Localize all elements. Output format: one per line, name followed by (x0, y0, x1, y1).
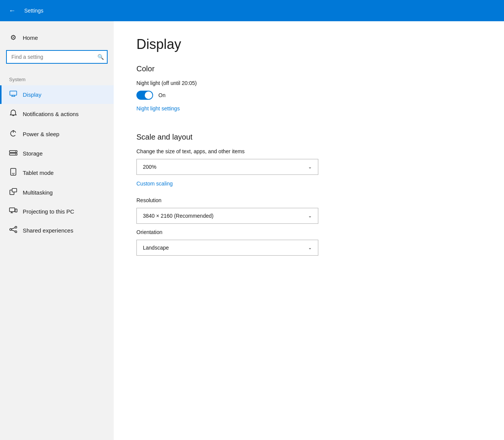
sidebar-shared-label: Shared experiences (23, 227, 73, 234)
title-bar: ← Settings (0, 0, 504, 21)
color-section-title: Color (136, 64, 481, 73)
sidebar-projecting-label: Projecting to this PC (23, 208, 74, 215)
tablet-icon (9, 168, 17, 178)
orientation-label: Orientation (136, 229, 481, 235)
scale-chevron-icon: ⌄ (308, 164, 312, 170)
sidebar-display-label: Display (23, 91, 41, 98)
svg-point-10 (15, 154, 16, 155)
system-section-label: System (0, 71, 114, 85)
orientation-value: Landscape (143, 245, 169, 251)
orientation-dropdown[interactable]: Landscape ⌄ (136, 240, 318, 256)
sidebar-item-display[interactable]: Display (0, 85, 114, 104)
sidebar-multitasking-label: Multitasking (23, 189, 53, 196)
scale-section: Scale and layout Change the size of text… (136, 133, 481, 256)
resolution-section: Resolution 3840 × 2160 (Recommended) ⌄ (136, 197, 481, 224)
notifications-icon (9, 109, 17, 119)
scale-section-title: Scale and layout (136, 133, 481, 141)
night-light-settings-link[interactable]: Night light settings (136, 105, 180, 112)
sidebar-item-shared[interactable]: Shared experiences (0, 221, 114, 240)
sidebar-item-multitasking[interactable]: Multitasking (0, 183, 114, 202)
sidebar-item-notifications[interactable]: Notifications & actions (0, 104, 114, 124)
sidebar-item-home[interactable]: ⚙ Home (0, 29, 114, 46)
home-icon: ⚙ (9, 33, 17, 42)
page-title: Display (136, 36, 481, 52)
sidebar-home-label: Home (23, 35, 38, 41)
shared-icon (9, 226, 17, 235)
toggle-knob (145, 91, 152, 99)
sidebar-storage-label: Storage (23, 150, 43, 157)
orientation-section: Orientation Landscape ⌄ (136, 229, 481, 256)
night-light-toggle-row: On (136, 91, 481, 100)
search-input[interactable] (6, 50, 108, 64)
sidebar-search-container: 🔍 (6, 50, 108, 64)
resolution-label: Resolution (136, 197, 481, 203)
sidebar-item-storage[interactable]: Storage (0, 144, 114, 163)
svg-point-21 (15, 226, 17, 228)
resolution-chevron-icon: ⌄ (308, 213, 312, 218)
sidebar-item-tablet[interactable]: Tablet mode (0, 163, 114, 183)
svg-point-9 (15, 151, 16, 152)
svg-rect-0 (10, 91, 17, 95)
sidebar-notifications-label: Notifications & actions (23, 111, 79, 117)
sidebar-item-projecting[interactable]: Projecting to this PC (0, 202, 114, 221)
night-light-toggle[interactable] (136, 91, 153, 100)
power-icon (9, 129, 17, 139)
sidebar-tablet-label: Tablet mode (23, 170, 54, 176)
content-area: Display Color Night light (off until 20:… (114, 21, 504, 440)
svg-point-12 (13, 174, 14, 175)
search-icon: 🔍 (97, 54, 104, 60)
custom-scaling-link[interactable]: Custom scaling (136, 181, 173, 187)
svg-point-22 (15, 231, 17, 233)
multitasking-icon (9, 188, 17, 197)
projecting-icon (9, 207, 17, 215)
svg-rect-19 (15, 209, 17, 212)
change-size-label: Change the size of text, apps, and other… (136, 148, 481, 154)
toggle-state-label: On (158, 92, 166, 98)
night-light-label: Night light (off until 20:05) (136, 80, 481, 86)
resolution-dropdown[interactable]: 3840 × 2160 (Recommended) ⌄ (136, 208, 318, 224)
scale-value: 200% (143, 164, 157, 170)
svg-rect-15 (12, 189, 17, 192)
main-container: ⚙ Home 🔍 System Display (0, 21, 504, 440)
scale-dropdown[interactable]: 200% ⌄ (136, 159, 318, 175)
search-wrapper: 🔍 (6, 50, 108, 64)
storage-icon (9, 149, 17, 157)
svg-line-24 (11, 230, 15, 231)
title-bar-title: Settings (24, 8, 44, 14)
sidebar-power-label: Power & sleep (23, 131, 59, 137)
color-section: Color Night light (off until 20:05) On N… (136, 64, 481, 122)
back-button[interactable]: ← (6, 5, 18, 17)
sidebar: ⚙ Home 🔍 System Display (0, 21, 114, 440)
display-icon (9, 91, 17, 99)
orientation-chevron-icon: ⌄ (308, 245, 312, 250)
resolution-value: 3840 × 2160 (Recommended) (143, 213, 213, 219)
svg-point-20 (10, 229, 12, 231)
sidebar-item-power[interactable]: Power & sleep (0, 124, 114, 144)
svg-rect-16 (9, 208, 15, 212)
svg-line-23 (11, 228, 15, 229)
